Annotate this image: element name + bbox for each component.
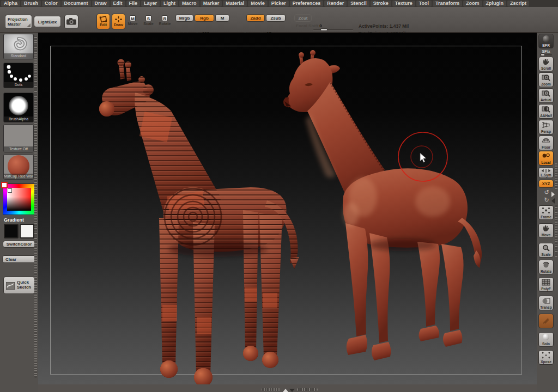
camera-icon xyxy=(66,18,76,25)
zadd-button[interactable]: Zadd xyxy=(246,14,265,22)
mrgb-button[interactable]: Mrgb xyxy=(175,14,193,22)
rotate-tray-button[interactable]: Rotate xyxy=(538,260,554,274)
menu-zplugin[interactable]: Zplugin xyxy=(483,1,507,7)
menu-marker[interactable]: Marker xyxy=(201,1,222,7)
zbrush-window: { "menu": { "items": ["Alpha","Brush","C… xyxy=(0,0,558,392)
zsub-button[interactable]: Zsub xyxy=(266,14,286,22)
menu-stencil[interactable]: Stencil xyxy=(348,1,369,7)
current-brush-thumb[interactable]: Standard xyxy=(3,34,34,59)
focal-shift-handle[interactable] xyxy=(320,28,327,31)
menu-zoom[interactable]: Zoom xyxy=(463,1,482,7)
tray-open-down-icon[interactable] xyxy=(289,389,295,392)
menu-macro[interactable]: Macro xyxy=(179,1,199,7)
menu-tool[interactable]: Tool xyxy=(416,1,432,7)
giraffe-model-smooth[interactable] xyxy=(287,50,482,360)
solo-button[interactable]: Solo xyxy=(538,332,554,347)
scale-button[interactable]: S Scale xyxy=(142,14,155,29)
persp-button[interactable]: Persp xyxy=(538,120,554,134)
quick-sketch-button[interactable]: Quick Sketch xyxy=(3,277,35,294)
color-picker[interactable] xyxy=(3,183,35,215)
menu-alpha[interactable]: Alpha xyxy=(1,1,20,7)
color-picker-cursor xyxy=(8,188,12,193)
menu-light[interactable]: Light xyxy=(161,1,178,7)
tray-divider-left-icon[interactable] xyxy=(551,198,555,204)
m-button[interactable]: M xyxy=(215,14,229,22)
rotate-label: Rotate xyxy=(159,22,171,26)
frame-button[interactable]: Frame xyxy=(538,205,554,220)
spin-y-icon[interactable]: ↺ xyxy=(541,189,552,196)
actual-button[interactable]: Actual xyxy=(538,88,554,103)
draw-label: Draw xyxy=(114,23,123,27)
edit-rect-icon xyxy=(99,16,107,23)
edit-button[interactable]: Edit xyxy=(96,14,110,29)
projection-master-label: Projection Master xyxy=(8,17,28,27)
move-tray-button[interactable]: Move xyxy=(538,223,554,238)
menu-file[interactable]: File xyxy=(126,1,141,7)
menu-zscript[interactable]: Zscript xyxy=(507,1,529,7)
xyz-button[interactable]: XYZ xyxy=(538,180,554,188)
right-tray-grip-upper[interactable] xyxy=(555,163,557,189)
transp-button[interactable]: Transp xyxy=(538,296,554,310)
see-through-camera-button[interactable] xyxy=(64,15,78,29)
projection-master-button[interactable]: Projection Master xyxy=(5,15,32,29)
xpose-button[interactable]: Xpose xyxy=(538,350,554,365)
tray-divider-right-icon[interactable] xyxy=(551,192,555,197)
current-alpha-thumb[interactable]: BrushAlpha xyxy=(3,93,34,122)
focal-shift-slider[interactable] xyxy=(313,29,353,30)
menu-picker[interactable]: Picker xyxy=(269,1,289,7)
bottom-tray-grip-right[interactable] xyxy=(297,388,318,391)
secondary-color-swatch-white[interactable] xyxy=(20,224,34,238)
current-stroke-thumb[interactable]: Dots xyxy=(3,63,34,88)
aahalf-button[interactable]: AAHalf xyxy=(538,104,554,119)
menu-draw[interactable]: Draw xyxy=(92,1,110,7)
lightbox-button[interactable]: LightBox xyxy=(34,16,61,27)
alpha-blob-icon xyxy=(9,96,28,115)
move-button[interactable]: M Move xyxy=(126,14,139,29)
menu-preferences[interactable]: Preferences xyxy=(290,1,324,7)
menu-brush[interactable]: Brush xyxy=(21,1,41,7)
scale-tray-button[interactable]: Scale xyxy=(538,243,554,258)
left-tray-grip[interactable] xyxy=(34,35,37,378)
texture-name-label: Texture Off xyxy=(4,146,33,152)
polyf-button[interactable]: PolyF xyxy=(538,277,554,292)
scroll-button[interactable]: Scroll xyxy=(538,57,554,71)
spix-slider[interactable]: SPix xyxy=(539,50,553,56)
bpr-sphere-icon xyxy=(543,35,550,42)
switch-color-button[interactable]: SwitchColor xyxy=(3,241,35,248)
bottom-tray-grip-left[interactable] xyxy=(262,388,280,391)
menu-color[interactable]: Color xyxy=(42,1,60,7)
rotate-button[interactable]: R Rotate xyxy=(159,14,171,29)
spix-label: SPix xyxy=(542,50,550,53)
menu-transform[interactable]: Transform xyxy=(433,1,462,7)
menu-document[interactable]: Document xyxy=(62,1,91,7)
current-material-thumb[interactable]: MatCap Red Wax xyxy=(3,154,34,180)
zoom-button[interactable]: Zoom xyxy=(538,72,554,87)
current-texture-thumb[interactable]: Texture Off xyxy=(3,124,34,152)
menu-edit[interactable]: Edit xyxy=(111,1,125,7)
menu-movie[interactable]: Movie xyxy=(248,1,268,7)
clear-button[interactable]: Clear xyxy=(2,255,36,263)
menu-layer[interactable]: Layer xyxy=(141,1,160,7)
edit-label: Edit xyxy=(100,23,107,27)
right-tray-grip-lower[interactable] xyxy=(555,205,557,257)
menu-material[interactable]: Material xyxy=(223,1,247,7)
floor-button[interactable]: Floor xyxy=(538,136,554,150)
rgb-button[interactable]: Rgb xyxy=(195,14,214,22)
giraffe-model-ribbed[interactable] xyxy=(99,59,299,385)
canvas-3d-viewport[interactable] xyxy=(38,33,537,384)
local-button[interactable]: Local xyxy=(538,151,554,166)
ghost-button[interactable] xyxy=(538,314,554,328)
zcut-button[interactable]: Zcut xyxy=(294,14,312,22)
top-shelf: Projection Master LightBox Edit Draw M M… xyxy=(0,7,558,33)
document-canvas[interactable] xyxy=(38,33,537,384)
menu-render[interactable]: Render xyxy=(324,1,347,7)
main-color-swatch-black[interactable] xyxy=(4,224,19,238)
tray-open-up-icon[interactable] xyxy=(283,389,288,392)
floor-grid-icon xyxy=(542,137,550,144)
spin-z-icon[interactable]: ↻ xyxy=(541,197,552,204)
draw-button[interactable]: Draw xyxy=(112,14,125,29)
menu-texture[interactable]: Texture xyxy=(392,1,415,7)
bpr-button[interactable]: BPR xyxy=(538,34,554,48)
lsym-button[interactable]: L.Sym xyxy=(538,167,554,178)
menu-stroke[interactable]: Stroke xyxy=(371,1,391,7)
